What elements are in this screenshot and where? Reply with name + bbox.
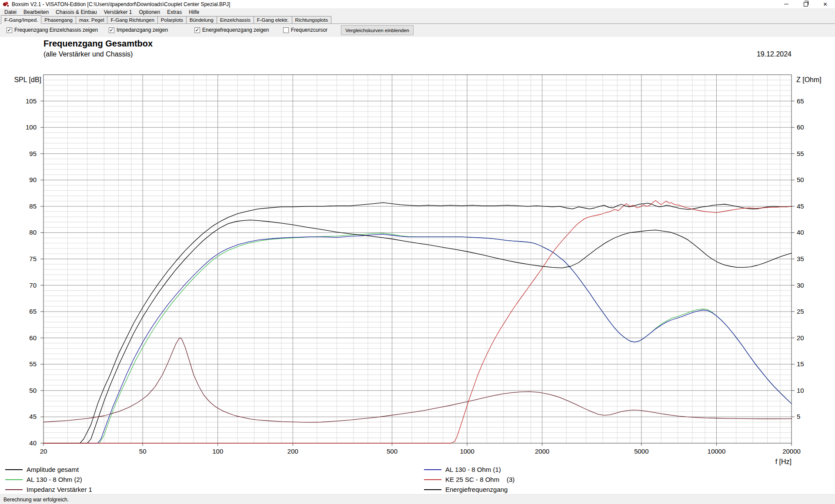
tab-bündelung[interactable]: Bündelung <box>186 16 217 23</box>
grid-lines <box>43 75 792 443</box>
z-tick-label: 60 <box>797 123 804 131</box>
spl-tick-label: 70 <box>29 282 37 289</box>
legend-line-sample <box>5 479 23 480</box>
legend-label: AL 130 - 8 Ohm (2) <box>27 476 82 483</box>
tab-max-pegel[interactable]: max. Pegel <box>76 16 108 23</box>
tab-bar: F-Gang/Imped.Phasengangmax. PegelF-Gang … <box>0 16 835 24</box>
x-tick-label: 2000 <box>535 448 549 455</box>
legend-line-sample <box>424 479 441 480</box>
checkbox-energiefrequenzgang-zeigen[interactable]: ✓Energiefrequenzgang zeigen <box>194 27 269 33</box>
menu-item-optionen[interactable]: Optionen <box>135 9 164 16</box>
x-tick-label: 20000 <box>782 448 801 455</box>
legend-item-al-130-8-ohm-1: AL 130 - 8 Ohm (1) <box>424 464 514 474</box>
legend-item-ke-25-sc-8-ohm-3: KE 25 SC - 8 Ohm (3) <box>424 474 514 484</box>
legend-line-sample <box>424 489 441 490</box>
z-tick-label: 35 <box>797 255 804 262</box>
tab-f-gang-imped[interactable]: F-Gang/Imped. <box>1 15 41 24</box>
tab-phasengang[interactable]: Phasengang <box>41 16 76 23</box>
spl-tick-label: 55 <box>29 360 37 368</box>
unchecked-checkbox-icon <box>283 27 289 33</box>
z-tick-label: 5 <box>797 413 800 420</box>
close-button[interactable]: ✕ <box>815 0 835 8</box>
spl-tick-label: 50 <box>29 387 37 394</box>
tab-f-gang-richtungen[interactable]: F-Gang Richtungen <box>107 16 157 23</box>
spl-tick-label: 65 <box>29 308 37 315</box>
app-icon <box>3 1 9 7</box>
status-text: Berechnung war erfolgreich. <box>3 497 69 503</box>
vergleichskurven-button[interactable]: Vergleichskurven einblenden <box>341 25 414 35</box>
checked-checkbox-icon: ✓ <box>7 27 12 33</box>
legend-item-impedanz-verstärker-1: Impedanz Verstärker 1 <box>5 484 92 494</box>
menu-item-hilfe[interactable]: Hilfe <box>185 9 203 16</box>
checked-checkbox-icon: ✓ <box>109 27 114 33</box>
spl-tick-label: 85 <box>29 202 37 210</box>
x-tick-label: 500 <box>387 448 397 455</box>
z-tick-label: 50 <box>797 176 804 183</box>
tab-einzelchassis[interactable]: Einzelchassis <box>217 16 254 23</box>
legend-right-column: AL 130 - 8 Ohm (1)KE 25 SC - 8 Ohm (3)En… <box>424 464 514 494</box>
y-right-axis-title: Z [Ohm] <box>796 76 822 83</box>
menu-item-verstärker-1[interactable]: Verstärker 1 <box>100 9 136 16</box>
legend-line-sample <box>424 469 441 470</box>
legend-line-sample <box>5 469 23 470</box>
x-tick-label: 200 <box>287 448 298 455</box>
z-tick-label: 65 <box>797 97 804 105</box>
axis-labels: 2050100200500100020005000100002000010510… <box>14 76 821 465</box>
legend-label: Amplitude gesamt <box>27 466 79 473</box>
z-tick-label: 55 <box>797 150 804 157</box>
spl-tick-label: 75 <box>29 255 37 262</box>
tab-polarplots[interactable]: Polarplots <box>157 16 187 23</box>
z-tick-label: 45 <box>797 202 804 210</box>
frequency-response-plot: 2050100200500100020005000100002000010510… <box>0 37 835 494</box>
spl-tick-label: 60 <box>29 334 37 342</box>
spl-tick-label: 80 <box>29 229 37 236</box>
legend-label: KE 25 SC - 8 Ohm (3) <box>445 476 514 483</box>
x-tick-label: 1000 <box>460 448 474 455</box>
checkbox-impedanzgang-zeigen[interactable]: ✓Impedanzgang zeigen <box>109 27 168 33</box>
z-tick-label: 40 <box>797 229 804 236</box>
legend-left-column: Amplitude gesamtAL 130 - 8 Ohm (2)Impeda… <box>5 464 92 494</box>
z-tick-label: 10 <box>797 387 804 394</box>
spl-tick-label: 100 <box>26 123 37 131</box>
options-toolbar: Vergleichskurven einblenden ✓Frequenzgan… <box>0 24 835 37</box>
checkbox-frequenzgang-einzelchassis-zeigen[interactable]: ✓Frequenzgang Einzelchassis zeigen <box>7 27 98 33</box>
close-icon: ✕ <box>823 1 827 7</box>
x-tick-label: 20 <box>40 448 47 455</box>
menu-item-chassis-einbau[interactable]: Chassis & Einbau <box>52 9 100 16</box>
x-tick-label: 5000 <box>634 448 648 455</box>
spl-tick-label: 90 <box>29 176 37 183</box>
checkbox-label: Frequenzcursor <box>291 27 327 33</box>
legend-item-amplitude-gesamt: Amplitude gesamt <box>5 464 92 474</box>
checked-checkbox-icon: ✓ <box>194 27 200 33</box>
curves <box>43 201 792 444</box>
menu-item-extras[interactable]: Extras <box>164 9 185 16</box>
window-title: Boxsim V2.1 - VISATON-Edition [C:\Users\… <box>12 1 230 7</box>
z-tick-label: 25 <box>797 308 804 315</box>
minimize-icon <box>784 4 788 4</box>
checkbox-frequenzcursor[interactable]: Frequenzcursor <box>283 27 327 33</box>
axes <box>40 75 795 446</box>
legend-label: Impedanz Verstärker 1 <box>27 486 92 493</box>
x-tick-label: 50 <box>139 448 147 455</box>
tab-richtungsplots[interactable]: Richtungsplots <box>292 16 331 23</box>
z-tick-label: 30 <box>797 282 804 289</box>
menu-item-datei[interactable]: Datei <box>1 9 20 16</box>
legend-label: Energiefrequenzgang <box>445 486 508 493</box>
y-left-axis-title: SPL [dB] <box>14 76 41 83</box>
spl-tick-label: 95 <box>29 150 37 157</box>
status-bar: Berechnung war erfolgreich. <box>0 494 835 504</box>
x-tick-label: 100 <box>212 448 223 455</box>
menu-item-bearbeiten[interactable]: Bearbeiten <box>20 9 52 16</box>
tab-f-gang-elektr[interactable]: F-Gang elektr. <box>254 16 292 23</box>
legend-line-sample <box>5 489 23 490</box>
minimize-button[interactable] <box>776 0 796 8</box>
restore-icon <box>804 2 808 7</box>
legend-item-al-130-8-ohm-2: AL 130 - 8 Ohm (2) <box>5 474 92 484</box>
window-controls: ✕ <box>776 0 835 8</box>
restore-button[interactable] <box>796 0 815 8</box>
checkbox-label: Frequenzgang Einzelchassis zeigen <box>14 27 98 33</box>
title-bar: Boxsim V2.1 - VISATON-Edition [C:\Users\… <box>0 0 835 8</box>
series-amplitude-gesamt <box>43 202 792 443</box>
spl-tick-label: 40 <box>29 439 37 447</box>
legend-label: AL 130 - 8 Ohm (1) <box>445 466 501 473</box>
